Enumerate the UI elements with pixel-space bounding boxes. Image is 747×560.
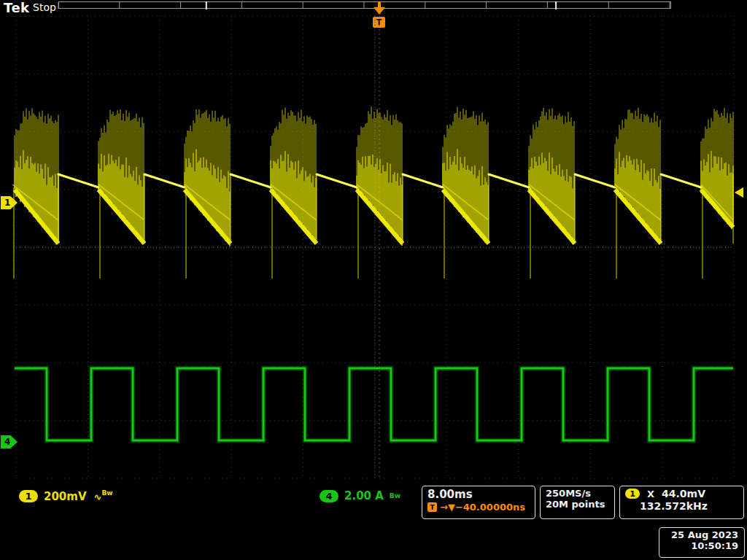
oscilloscope-screen: Tek Stop T 1 4 1 200mV ∿Bw 4 2.00 A Bw 8…	[0, 0, 747, 560]
ch4-bandwidth-icon: Bw	[390, 492, 400, 499]
sample-rate-value: 250MS/s	[546, 488, 609, 499]
record-length-value: 20M points	[546, 499, 609, 510]
ch1-scale: 200mV	[44, 490, 87, 503]
ch4-badge[interactable]: 4	[320, 490, 338, 502]
horizontal-readout[interactable]: 8.00ms T →▼−40.00000ns	[422, 486, 535, 519]
trigger-readout[interactable]: 1 X 44.0mV 132.572kHz	[619, 486, 744, 519]
ch1-bandwidth-icon: Bw	[101, 489, 112, 497]
ch1-readout[interactable]: 1 200mV ∿Bw	[19, 489, 113, 503]
date-value: 25 Aug 2023	[665, 529, 738, 540]
ch1-coupling-icon: ∿	[94, 491, 102, 502]
ch1-badge[interactable]: 1	[19, 490, 38, 502]
trigger-source-badge[interactable]: 1	[625, 489, 640, 499]
trigger-frequency-value: 132.572kHz	[625, 500, 738, 512]
ch4-readout[interactable]: 4 2.00 A Bw	[320, 489, 400, 502]
waveform-display	[0, 0, 747, 560]
time-value: 10:50:19	[665, 540, 738, 551]
acquisition-readout[interactable]: 250MS/s 20M points	[540, 486, 615, 519]
horizontal-delay-value: →▼−40.00000ns	[440, 502, 525, 513]
trigger-level-value: 44.0mV	[662, 488, 705, 499]
trigger-t-icon: T	[427, 502, 437, 512]
trigger-slope-icon: X	[647, 489, 654, 499]
timebase-value: 8.00ms	[427, 488, 530, 501]
ch4-scale: 2.00 A	[344, 489, 384, 502]
datetime-readout: 25 Aug 2023 10:50:19	[659, 527, 745, 558]
